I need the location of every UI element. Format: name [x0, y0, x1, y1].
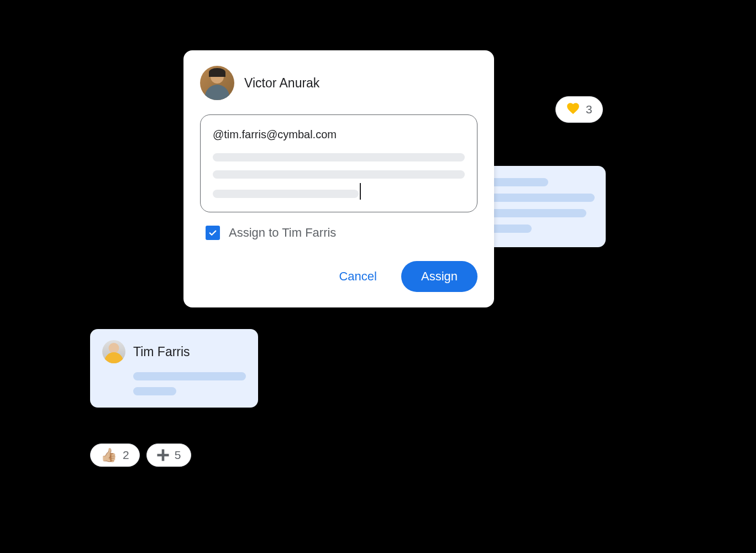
- placeholder-line: [490, 194, 595, 202]
- reaction-count: 5: [175, 448, 181, 462]
- avatar: [200, 66, 234, 100]
- placeholder-line: [213, 190, 359, 198]
- assign-button[interactable]: Assign: [401, 261, 477, 292]
- placeholder-line: [490, 178, 548, 186]
- placeholder-line: [490, 209, 586, 217]
- reply-preview-side: [479, 166, 606, 247]
- placeholder-line: [133, 372, 246, 380]
- reaction-row: 👍🏼 2 5: [90, 444, 191, 467]
- reply-author: Tim Farris: [133, 345, 190, 359]
- assign-checkbox[interactable]: [206, 226, 220, 240]
- reply-card: Tim Farris: [90, 329, 258, 408]
- reaction-thumbsup[interactable]: 👍🏼 2: [90, 444, 140, 467]
- assign-label: Assign to Tim Farris: [229, 226, 336, 240]
- avatar: [102, 340, 125, 363]
- heart-icon: [566, 101, 580, 118]
- comment-card: Victor Anurak @tim.farris@cymbal.com Ass…: [183, 50, 494, 307]
- comment-author: Victor Anurak: [244, 76, 319, 91]
- thumbsup-icon: 👍🏼: [101, 448, 117, 462]
- reaction-add[interactable]: 5: [146, 444, 192, 467]
- comment-input[interactable]: @tim.farris@cymbal.com: [200, 114, 477, 212]
- reaction-heart[interactable]: 3: [555, 96, 603, 123]
- checkmark-icon: [208, 228, 218, 238]
- cancel-button[interactable]: Cancel: [326, 262, 390, 291]
- placeholder-line: [490, 225, 532, 233]
- action-row: Cancel Assign: [200, 261, 477, 292]
- comment-header: Victor Anurak: [200, 66, 477, 100]
- reaction-count: 3: [586, 103, 592, 116]
- placeholder-line: [213, 170, 465, 179]
- mention-text: @tim.farris@cymbal.com: [213, 128, 465, 141]
- reply-header: Tim Farris: [102, 340, 246, 363]
- reaction-count: 2: [123, 448, 129, 462]
- plus-icon: [157, 449, 169, 461]
- placeholder-line: [213, 153, 465, 161]
- placeholder-line: [133, 387, 176, 395]
- text-cursor: [360, 183, 361, 200]
- assign-row: Assign to Tim Farris: [200, 226, 477, 240]
